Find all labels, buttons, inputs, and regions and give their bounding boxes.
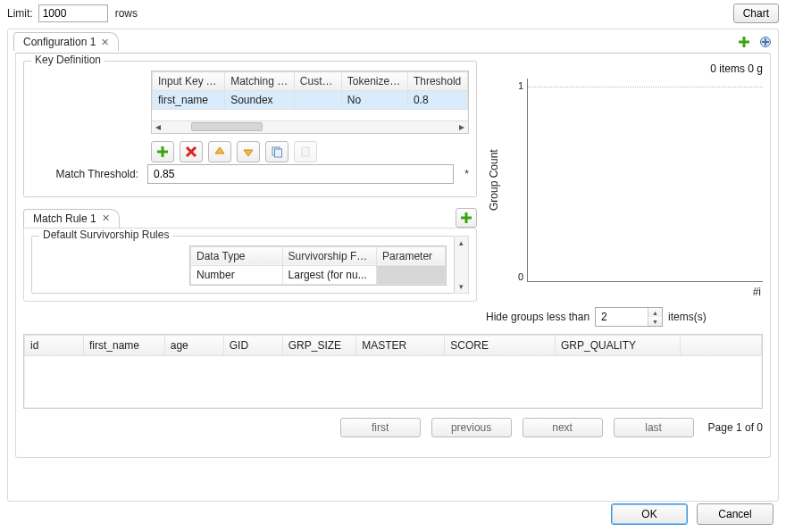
col-data-type[interactable]: Data Type (191, 246, 283, 265)
cell: Largest (for nu... (282, 265, 376, 284)
first-page-button[interactable]: first (340, 418, 421, 437)
scroll-right-icon[interactable]: ▸ (456, 121, 468, 133)
survivorship-table[interactable]: Data Type Survivorship Fun... Parameter … (189, 245, 447, 286)
table-row (25, 356, 762, 408)
cancel-button[interactable]: Cancel (697, 503, 773, 525)
col-tokenized[interactable]: Tokenized... (341, 72, 407, 91)
svg-rect-4 (762, 41, 769, 43)
close-icon[interactable]: ✕ (102, 212, 110, 224)
next-page-button[interactable]: next (523, 418, 603, 437)
col-empty[interactable] (681, 336, 762, 356)
hide-groups-input[interactable] (596, 308, 648, 326)
col-grp-quality[interactable]: GRP_QUALITY (556, 336, 681, 356)
move-down-button[interactable] (237, 141, 260, 162)
ok-button[interactable]: OK (611, 503, 688, 525)
toolbox-icon[interactable] (758, 35, 773, 49)
tab-label: Match Rule 1 (33, 212, 96, 225)
col-age[interactable]: age (164, 336, 223, 356)
chart-gridline (528, 87, 763, 87)
cell: No (341, 91, 407, 110)
previous-page-button[interactable]: previous (431, 418, 512, 437)
match-threshold-input[interactable] (147, 164, 454, 184)
hide-groups-spinner[interactable]: ▲ ▼ (595, 307, 663, 327)
spinner-up-icon[interactable]: ▲ (648, 308, 662, 317)
tab-configuration-1[interactable]: Configuration 1 ✕ (13, 32, 119, 51)
move-up-button[interactable] (208, 141, 231, 162)
chart-title: 0 items 0 g (486, 61, 763, 79)
col-threshold[interactable]: Threshold (407, 72, 467, 91)
group-title: Key Definition (31, 54, 105, 66)
col-parameter[interactable]: Parameter (377, 246, 446, 265)
chart-ytick: 0 (518, 271, 523, 282)
cell: 0.8 (407, 91, 467, 110)
col-input-key[interactable]: Input Key Attri... (153, 72, 225, 91)
tab-match-rule-1[interactable]: Match Rule 1 ✕ (23, 209, 120, 228)
results-table[interactable]: id first_name age GID GRP_SIZE MASTER SC… (23, 334, 763, 409)
scroll-down-icon[interactable]: ▾ (459, 280, 464, 293)
group-key-definition: Key Definition Input Key Attri... Matchi… (23, 61, 477, 197)
col-first-name[interactable]: first_name (84, 336, 165, 356)
chart-area: Group Count 1 0 (486, 79, 763, 282)
svg-rect-9 (302, 147, 309, 156)
key-table[interactable]: Input Key Attri... Matching F... Custo..… (151, 71, 469, 134)
spinner-down-icon[interactable]: ▼ (648, 317, 662, 326)
cell: Number (191, 265, 283, 284)
chart-xlabel: #i (753, 286, 761, 298)
col-master[interactable]: MASTER (356, 336, 445, 356)
horizontal-scrollbar[interactable]: ◂ ▸ (152, 121, 468, 133)
col-gid[interactable]: GID (223, 336, 282, 356)
scrollbar-thumb[interactable] (191, 122, 263, 131)
cell (294, 91, 341, 110)
col-matching-func[interactable]: Matching F... (225, 72, 295, 91)
group-title: Default Survivorship Rules (39, 229, 172, 241)
tab-label: Configuration 1 (23, 36, 96, 48)
limit-label: Limit: (7, 7, 33, 20)
last-page-button[interactable]: last (614, 418, 694, 437)
add-rule-button[interactable] (456, 208, 477, 228)
chart-ytick: 1 (518, 80, 523, 91)
cell: first_name (153, 91, 225, 110)
add-button[interactable] (151, 141, 174, 162)
cell (377, 265, 446, 284)
table-row[interactable]: Number Largest (for nu... (191, 265, 446, 284)
col-custom[interactable]: Custo... (294, 72, 341, 91)
delete-button[interactable] (180, 141, 203, 162)
vertical-scrollbar[interactable]: ▴ ▾ (455, 236, 469, 294)
chart-button[interactable]: Chart (733, 4, 779, 23)
close-icon[interactable]: ✕ (101, 37, 109, 48)
page-info: Page 1 of 0 (708, 421, 763, 434)
svg-rect-6 (157, 150, 168, 153)
cell: Soundex (225, 91, 295, 110)
svg-rect-8 (275, 149, 282, 157)
rows-label: rows (115, 7, 138, 20)
limit-input[interactable] (38, 4, 108, 22)
chart-ylabel: Group Count (486, 79, 502, 282)
scroll-left-icon[interactable]: ◂ (152, 121, 164, 133)
svg-rect-11 (461, 216, 472, 219)
paste-button (294, 141, 317, 162)
chart-plot (527, 79, 763, 282)
copy-button[interactable] (265, 141, 288, 162)
hide-groups-unit: items(s) (668, 311, 707, 323)
col-grp-size[interactable]: GRP_SIZE (282, 336, 356, 356)
table-row[interactable]: first_name Soundex No 0.8 (153, 91, 468, 110)
col-id[interactable]: id (25, 336, 84, 356)
group-survivorship: Default Survivorship Rules Data Type Sur… (31, 236, 455, 294)
match-threshold-label: Match Threshold: (33, 168, 138, 180)
svg-rect-1 (739, 41, 749, 44)
hide-groups-label: Hide groups less than (486, 311, 590, 323)
col-surv-func[interactable]: Survivorship Fun... (282, 246, 376, 265)
scroll-up-icon[interactable]: ▴ (459, 237, 464, 249)
add-icon[interactable] (737, 35, 751, 49)
required-marker: * (464, 168, 469, 180)
col-score[interactable]: SCORE (445, 336, 556, 356)
